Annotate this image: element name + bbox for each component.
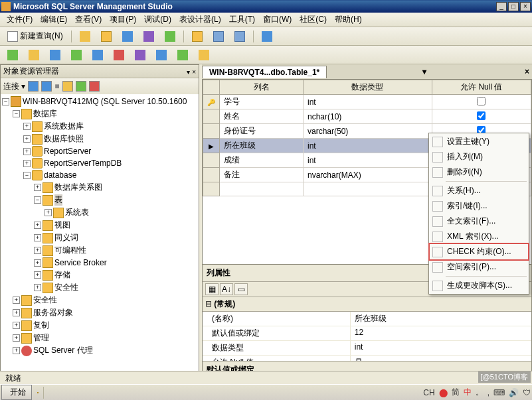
database-icon — [80, 31, 90, 42]
menu-check-constraint[interactable]: CHECK 约束(O)... — [430, 244, 528, 259]
menu-insert-col[interactable]: 插入列(M) — [430, 149, 528, 165]
disconnect-icon[interactable] — [41, 81, 52, 92]
col-header-type[interactable]: 数据类型 — [304, 80, 432, 95]
folder-icon — [43, 220, 53, 231]
folder-icon — [53, 208, 64, 218]
check-button[interactable] — [151, 48, 171, 62]
null-checkbox[interactable] — [477, 97, 486, 105]
connect-icon[interactable] — [28, 81, 39, 92]
check-icon — [156, 50, 167, 60]
menu-help[interactable]: 帮助(H) — [331, 13, 366, 27]
spatial-button[interactable] — [173, 48, 193, 62]
table-button[interactable] — [3, 48, 23, 62]
row-selector-icon[interactable] — [203, 139, 220, 153]
menu-edit[interactable]: 编辑(E) — [37, 13, 71, 27]
ime-width[interactable]: , — [488, 388, 489, 397]
folder-icon — [21, 109, 32, 119]
folder-icon — [21, 295, 32, 306]
menu-delete-col[interactable]: 删除列(N) — [430, 165, 528, 180]
cube-icon — [122, 31, 133, 42]
key-button[interactable] — [24, 48, 44, 62]
menu-community[interactable]: 社区(C) — [296, 13, 331, 27]
stop-icon[interactable] — [89, 81, 100, 92]
cube-button[interactable] — [118, 29, 137, 44]
menu-tools[interactable]: 工具(T) — [225, 13, 259, 27]
quicklaunch-icon[interactable] — [37, 392, 39, 393]
connect-button[interactable]: 连接 ▾ — [3, 81, 25, 92]
folder-icon — [43, 257, 53, 268]
maximize-button[interactable]: □ — [508, 2, 519, 11]
index-icon — [432, 201, 443, 212]
alpha-button[interactable]: A↓ — [220, 283, 233, 295]
xmla-icon — [165, 31, 175, 42]
object-tree[interactable]: −WIN-B8RVQT412MQ (SQL Server 10.50.1600 … — [1, 94, 199, 379]
key-icon — [29, 50, 39, 60]
folder-icon — [32, 121, 43, 132]
props-pane-button[interactable]: ▭ — [234, 283, 248, 295]
xmla-button[interactable] — [160, 29, 180, 44]
null-checkbox[interactable] — [477, 111, 486, 120]
xml-button[interactable] — [130, 48, 150, 62]
close-panel-icon[interactable]: × — [192, 68, 196, 76]
ime-indicator[interactable]: ⬤ — [439, 388, 448, 397]
ime-mode2[interactable]: 中 — [464, 387, 472, 398]
ime-mode[interactable]: 简 — [452, 387, 460, 398]
save-all-button[interactable] — [230, 29, 250, 44]
menu-relationships[interactable]: 关系(H)... — [430, 183, 528, 198]
menu-window[interactable]: 窗口(W) — [259, 13, 296, 27]
ime-lang[interactable]: CH — [423, 388, 434, 397]
refresh-icon[interactable] — [76, 81, 86, 92]
open-file-button[interactable] — [96, 29, 116, 44]
menu-debug[interactable]: 调试(D) — [140, 13, 175, 27]
save-button[interactable] — [209, 29, 228, 44]
filter-icon[interactable] — [62, 81, 73, 92]
doc-tab[interactable]: WIN-B8RVQT4...dbo.Table_1* — [202, 66, 327, 78]
layout-icon — [50, 50, 60, 60]
menu-view[interactable]: 查看(V) — [71, 13, 106, 27]
dmx-button[interactable] — [139, 29, 159, 44]
script-button[interactable] — [194, 48, 214, 62]
sql-agent-icon — [21, 346, 32, 356]
menu-spatial[interactable]: 空间索引(P)... — [430, 259, 528, 275]
folder-icon — [21, 308, 32, 318]
tray-icon[interactable]: 🔊 — [509, 388, 519, 397]
tab-close-icon[interactable]: × — [522, 67, 532, 76]
activity-button[interactable] — [257, 29, 277, 44]
taskbar: 开始 CH ⬤ 简 中 。 , ⌨ 🔊 🛡 — [0, 384, 532, 400]
key-icon — [432, 137, 443, 147]
menu-gen-script[interactable]: 生成更改脚本(S)... — [430, 278, 528, 293]
relationship-button[interactable] — [66, 48, 86, 62]
index-button[interactable] — [88, 48, 108, 62]
minimize-button[interactable]: _ — [496, 2, 507, 11]
ime-punct[interactable]: 。 — [476, 387, 484, 398]
fulltext-button[interactable] — [109, 48, 129, 62]
folder-icon — [43, 283, 53, 293]
categorized-button[interactable]: ▦ — [205, 283, 219, 295]
status-bar: 就绪 — [0, 371, 532, 384]
menu-table-designer[interactable]: 表设计器(L) — [175, 13, 225, 27]
pin-icon[interactable]: ▾ — [187, 68, 190, 76]
close-button[interactable]: × — [520, 2, 531, 11]
start-button[interactable]: 开始 — [1, 385, 32, 400]
menu-project[interactable]: 项目(P) — [106, 13, 140, 27]
keyboard-icon[interactable]: ⌨ — [493, 388, 505, 397]
menu-indexes[interactable]: 索引/键(I)... — [430, 198, 528, 214]
menu-fulltext[interactable]: 全文索引(F)... — [430, 214, 528, 229]
menu-file[interactable]: 文件(F) — [3, 13, 37, 27]
watermark: [@51CTO博客 — [478, 371, 531, 383]
layout-button[interactable] — [45, 48, 65, 62]
col-header-null[interactable]: 允许 Null 值 — [432, 80, 531, 95]
activity-icon — [262, 31, 272, 42]
tab-dropdown-icon[interactable]: ▾ — [420, 67, 429, 76]
prop-category[interactable]: (常规) — [203, 297, 531, 312]
folder-icon — [43, 195, 53, 206]
menu-set-pk[interactable]: 设置主键(Y) — [430, 134, 528, 149]
window-title: Microsoft SQL Server Management Studio — [13, 2, 173, 11]
new-query-button[interactable]: 新建查询(N) — [3, 29, 68, 44]
open-button[interactable] — [187, 29, 207, 44]
db-engine-button[interactable] — [75, 29, 95, 44]
col-header-name[interactable]: 列名 — [220, 80, 304, 95]
tray-icon[interactable]: 🛡 — [523, 388, 531, 397]
menu-xml-index[interactable]: XML 索引(X)... — [430, 229, 528, 244]
main-toolbar: 新建查询(N) — [0, 27, 532, 46]
